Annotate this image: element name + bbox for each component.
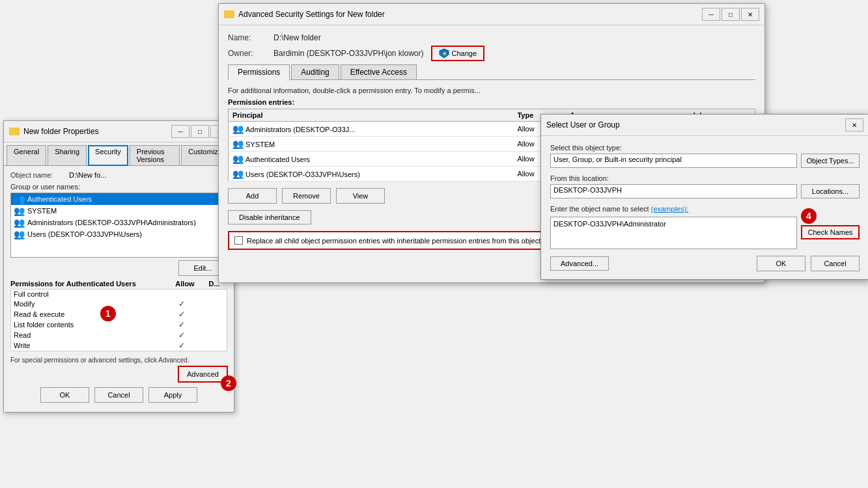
advsec-close-button[interactable]: ✕ bbox=[741, 8, 759, 21]
permissions-section: Permissions for Authenticated Users Allo… bbox=[10, 280, 227, 351]
advsec-tab-effective-access[interactable]: Effective Access bbox=[341, 64, 417, 79]
advsec-tab-auditing[interactable]: Auditing bbox=[291, 64, 339, 79]
enter-name-row: DESKTOP-O33JVPH\Administrator 4 Check Na… bbox=[550, 215, 860, 249]
user-list: 👥 Authenticated Users 👥 SYSTEM 👥 Adminis… bbox=[10, 193, 227, 258]
location-textbox: DESKTOP-O33JVPH bbox=[550, 184, 797, 198]
owner-row: Owner: Bardimin (DESKTOP-O33JVPH\jon klo… bbox=[228, 46, 755, 61]
tab-security[interactable]: Security bbox=[88, 145, 128, 166]
advsec-tab-bar: Permissions Auditing Effective Access bbox=[228, 64, 755, 80]
user-icon-2: 👥 bbox=[14, 217, 25, 228]
location-section: From this location: DESKTOP-O33JVPH Loca… bbox=[550, 174, 860, 198]
tab-previous-versions[interactable]: Previous Versions bbox=[130, 145, 180, 165]
cancel-button[interactable]: Cancel bbox=[94, 387, 143, 403]
minimize-button[interactable]: ─ bbox=[171, 125, 189, 138]
advsec-window-title: Advanced Security Settings for New folde… bbox=[238, 10, 385, 19]
properties-titlebar: New folder Properties ─ □ ✕ bbox=[4, 121, 234, 142]
perm-header: Permissions for Authenticated Users Allo… bbox=[10, 280, 227, 288]
user-name-1: SYSTEM bbox=[27, 207, 57, 215]
enter-name-section: Enter the object name to select (example… bbox=[550, 205, 860, 249]
tab-sharing[interactable]: Sharing bbox=[48, 145, 87, 165]
location-label: From this location: bbox=[550, 174, 860, 182]
disable-inheritance-button[interactable]: Disable inheritance bbox=[228, 210, 311, 224]
row-icon-3: 👥 bbox=[232, 169, 244, 179]
selectuser-bottom-row: Advanced... OK Cancel bbox=[550, 256, 860, 271]
location-row: DESKTOP-O33JVPH Locations... bbox=[550, 184, 860, 198]
name-input-wrapper: DESKTOP-O33JVPH\Administrator 4 bbox=[550, 215, 797, 249]
change-owner-button[interactable]: ★ Change bbox=[432, 46, 484, 61]
perm-check-1: ✓ bbox=[165, 299, 198, 308]
col-principal: Principal bbox=[229, 109, 514, 122]
add-button[interactable]: Add bbox=[228, 188, 277, 204]
properties-tab-bar: General Sharing Security Previous Versio… bbox=[4, 142, 234, 166]
owner-value: Bardimin (DESKTOP-O33JVPH\jon klowor) bbox=[273, 49, 424, 58]
perm-row-readexecute: Read & execute ✓ bbox=[11, 309, 227, 319]
locations-button[interactable]: Locations... bbox=[801, 184, 860, 198]
check-names-button[interactable]: Check Names bbox=[801, 225, 860, 239]
replace-label: Replace all child object permission entr… bbox=[247, 237, 540, 245]
row-icon-0: 👥 bbox=[232, 124, 244, 134]
titlebar-left: New folder Properties bbox=[9, 127, 98, 136]
object-name-row: Object name: D:\New fo... 1 bbox=[10, 171, 227, 179]
perm-entries-label: Permission entries: bbox=[228, 98, 755, 106]
remove-button[interactable]: Remove bbox=[282, 188, 331, 204]
user-item-users[interactable]: 👥 Users (DESKTOP-O33JVPH\Users) bbox=[11, 228, 227, 240]
advsec-maximize-button[interactable]: □ bbox=[721, 8, 740, 21]
perm-allow-col: Allow bbox=[169, 280, 201, 288]
apply-button[interactable]: Apply bbox=[148, 387, 197, 403]
row-icon-1: 👥 bbox=[232, 139, 244, 149]
perm-check-2: ✓ bbox=[165, 310, 198, 319]
user-icon-1: 👥 bbox=[14, 206, 25, 216]
view-button[interactable]: View bbox=[336, 188, 385, 204]
user-name-3: Users (DESKTOP-O33JVPH\Users) bbox=[27, 230, 142, 238]
advsec-folder-icon bbox=[224, 10, 234, 18]
user-item-administrators[interactable]: 👥 Administrators (DESKTOP-O33JVPH\Admini… bbox=[11, 217, 227, 228]
ok-button[interactable]: OK bbox=[40, 387, 89, 403]
advsec-titlebar: Advanced Security Settings for New folde… bbox=[219, 4, 764, 25]
user-name-0: Authenticated Users bbox=[27, 195, 92, 203]
maximize-button[interactable]: □ bbox=[191, 125, 209, 138]
advsec-titlebar-buttons: ─ □ ✕ bbox=[702, 8, 759, 21]
properties-window-title: New folder Properties bbox=[23, 127, 98, 136]
advanced-button[interactable]: Advanced bbox=[178, 366, 227, 382]
su-ok-button[interactable]: OK bbox=[757, 256, 805, 271]
user-item-system[interactable]: 👥 SYSTEM bbox=[11, 205, 227, 217]
perm-name-5: Write bbox=[14, 342, 165, 349]
user-item-authenticated[interactable]: 👥 Authenticated Users bbox=[11, 193, 227, 205]
perm-name-3: List folder contents bbox=[14, 321, 165, 329]
perm-name-2: Read & execute bbox=[14, 310, 165, 318]
perm-row-fullcontrol: Full control bbox=[11, 290, 227, 299]
name-label: Name: bbox=[228, 33, 273, 42]
object-name-input[interactable]: DESKTOP-O33JVPH\Administrator bbox=[550, 217, 797, 249]
obj-type-row: User, Group, or Built-in security princi… bbox=[550, 154, 860, 168]
su-advanced-button[interactable]: Advanced... bbox=[550, 256, 609, 271]
properties-body: Object name: D:\New fo... 1 Group or use… bbox=[4, 166, 234, 412]
object-name-label: Object name: bbox=[10, 171, 69, 179]
perm-row-listfolder: List folder contents ✓ bbox=[11, 319, 227, 330]
perm-intro: For additional information, double-click… bbox=[228, 87, 755, 94]
badge-1: 1 bbox=[100, 306, 116, 321]
selectuser-title: Select User or Group bbox=[546, 120, 620, 129]
selectuser-titlebar-buttons: ✕ bbox=[845, 118, 863, 131]
advsec-minimize-button[interactable]: ─ bbox=[702, 8, 720, 21]
tab-general[interactable]: General bbox=[7, 145, 46, 165]
name-value: D:\New folder bbox=[273, 33, 321, 42]
cell-principal-0: 👥Administrators (DESKTOP-O33J... bbox=[229, 122, 514, 137]
object-name-value: D:\New fo... bbox=[69, 171, 106, 179]
user-icon-0: 👥 bbox=[14, 194, 25, 204]
perm-check-3: ✓ bbox=[165, 320, 198, 329]
replace-checkbox[interactable] bbox=[234, 236, 243, 245]
owner-label: Owner: bbox=[228, 49, 273, 58]
examples-link[interactable]: (examples): bbox=[651, 205, 688, 213]
selectuser-window: Select User or Group ✕ Select this objec… bbox=[540, 114, 868, 280]
perm-row-write: Write ✓ bbox=[11, 340, 227, 351]
name-row: Name: D:\New folder bbox=[228, 33, 755, 42]
advsec-tab-permissions[interactable]: Permissions bbox=[228, 64, 290, 80]
badge-2: 2 bbox=[221, 375, 236, 391]
su-ok-cancel: OK Cancel bbox=[757, 256, 860, 271]
su-cancel-button[interactable]: Cancel bbox=[811, 256, 860, 271]
selectuser-close-button[interactable]: ✕ bbox=[845, 118, 863, 131]
obj-types-button[interactable]: Object Types... bbox=[801, 154, 860, 168]
advanced-hint: For special permissions or advanced sett… bbox=[10, 357, 227, 364]
svg-text:★: ★ bbox=[441, 51, 447, 57]
shield-icon: ★ bbox=[439, 48, 449, 59]
